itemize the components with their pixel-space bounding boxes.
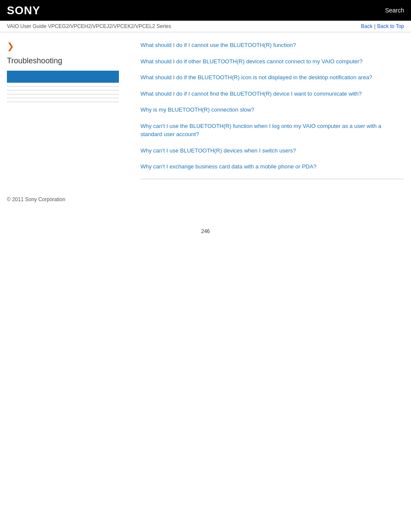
search-button[interactable]: Search — [385, 7, 404, 14]
breadcrumb-bar: VAIO User Guide VPCEG2/VPCEH2/VPCEJ2/VPC… — [0, 21, 411, 32]
sidebar: ❯ Troubleshooting — [7, 41, 136, 179]
sidebar-divider-2 — [7, 90, 119, 90]
bluetooth-link-6[interactable]: Why can't I use the BLUETOOTH(R) functio… — [140, 123, 381, 138]
sidebar-section-title: Troubleshooting — [7, 56, 128, 65]
content-area: What should I do if I cannot use the BLU… — [136, 41, 404, 179]
list-item: Why can't I exchange business card data … — [140, 162, 404, 171]
sidebar-divider-4 — [7, 98, 119, 98]
sidebar-divider-3 — [7, 94, 119, 94]
list-item: Why can't I use the BLUETOOTH(R) functio… — [140, 122, 404, 139]
footer: © 2011 Sony Corporation — [0, 188, 411, 211]
back-to-top-link[interactable]: Back to Top — [377, 23, 404, 29]
sidebar-active-item[interactable] — [7, 71, 119, 83]
main-content: ❯ Troubleshooting What should I do if I … — [0, 32, 411, 188]
bluetooth-link-2[interactable]: What should I do if other BLUETOOTH(R) d… — [140, 58, 362, 65]
bluetooth-link-7[interactable]: Why can't I use BLUETOOTH(R) devices whe… — [140, 147, 296, 154]
sidebar-nav-items — [7, 86, 128, 102]
copyright-text: © 2011 Sony Corporation — [7, 196, 65, 202]
sidebar-arrow-icon: ❯ — [7, 41, 128, 51]
back-link[interactable]: Back — [361, 23, 373, 29]
list-item: What should I do if other BLUETOOTH(R) d… — [140, 57, 404, 66]
sony-logo: SONY — [7, 4, 40, 17]
header: SONY Search — [0, 0, 411, 21]
list-item: Why can't I use BLUETOOTH(R) devices whe… — [140, 146, 404, 155]
list-item: Why is my BLUETOOTH(R) connection slow? — [140, 106, 404, 114]
sidebar-divider-5 — [7, 102, 119, 102]
bluetooth-link-8[interactable]: Why can't I exchange business card data … — [140, 163, 317, 170]
page-number: 246 — [0, 228, 411, 234]
bluetooth-link-5[interactable]: Why is my BLUETOOTH(R) connection slow? — [140, 106, 254, 113]
bluetooth-link-4[interactable]: What should I do if I cannot find the BL… — [140, 90, 362, 97]
bluetooth-link-1[interactable]: What should I do if I cannot use the BLU… — [140, 42, 296, 48]
content-divider — [140, 179, 404, 179]
content-links-list: What should I do if I cannot use the BLU… — [140, 41, 404, 171]
breadcrumb-title: VAIO User Guide VPCEG2/VPCEH2/VPCEJ2/VPC… — [7, 23, 171, 29]
sidebar-divider-1 — [7, 86, 119, 87]
list-item: What should I do if the BLUETOOTH(R) ico… — [140, 73, 404, 82]
bluetooth-link-3[interactable]: What should I do if the BLUETOOTH(R) ico… — [140, 74, 372, 81]
breadcrumb-separator: | — [374, 23, 375, 29]
breadcrumb-nav: Back | Back to Top — [361, 23, 404, 29]
list-item: What should I do if I cannot find the BL… — [140, 90, 404, 98]
list-item: What should I do if I cannot use the BLU… — [140, 41, 404, 50]
